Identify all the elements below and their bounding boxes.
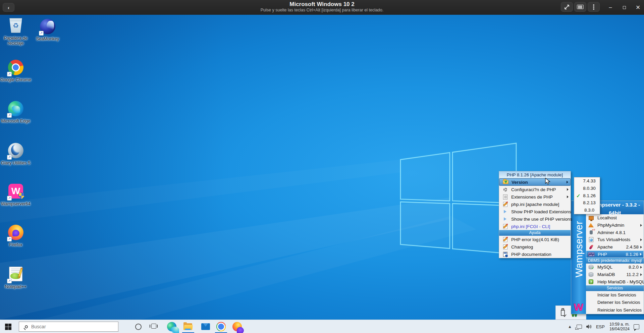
menu-item-stop-services[interactable]: Detener los Servicios <box>586 299 644 307</box>
desktop-icon-recycle-bin[interactable]: ♻ Papelera de reciclaje <box>0 17 32 46</box>
menu-item-localhost[interactable]: Localhost <box>586 214 644 222</box>
search-icon <box>25 325 28 328</box>
kebab-icon <box>593 4 594 10</box>
version-option-8-0-30[interactable]: 8.0.30 <box>574 185 600 192</box>
desktop-icon-label: SeaMonkey <box>32 36 64 41</box>
uac-shield-icon <box>18 192 24 199</box>
shortcut-arrow-icon: ↗ <box>7 279 12 283</box>
minimize-button[interactable]: – <box>606 0 615 15</box>
edit-file-icon <box>501 202 509 207</box>
submenu-arrow-icon <box>567 181 568 183</box>
menu-item-start-services[interactable]: Iniciar los Servicios <box>586 291 644 299</box>
search-input[interactable] <box>31 324 105 329</box>
file-explorer-icon <box>183 323 193 331</box>
usb-eject-icon[interactable] <box>559 308 567 318</box>
menu-item-version[interactable]: Version <box>499 178 571 186</box>
keyboard-grab-hint: Pulse y suelte las teclas Ctrl+Alt [izqu… <box>0 8 644 12</box>
submenu-arrow-icon <box>567 188 569 191</box>
submenu-arrow-icon <box>640 246 642 248</box>
menu-item-adminer[interactable]: Adminer 4.8.1 <box>586 229 644 236</box>
speaker-icon[interactable] <box>586 324 592 329</box>
shortcut-arrow-icon: ↗ <box>7 155 12 160</box>
menu-item-php-ini-fcgi-cli[interactable]: php.ini [FCGI - CLI] <box>499 223 571 230</box>
help-section-header: Ayuda <box>499 230 571 236</box>
shortcut-arrow-icon: ↗ <box>7 72 12 76</box>
desktop-icon-firefox[interactable]: ↗ Firefox <box>0 224 32 247</box>
menu-item-php-documentation[interactable]: PHP documentation <box>499 251 571 258</box>
submenu-arrow-icon <box>640 253 642 256</box>
edge-icon <box>167 322 176 331</box>
menu-item-apache[interactable]: Apache 2.4.58 <box>586 243 644 251</box>
keyboard-language-badge[interactable]: ESP <box>596 324 605 329</box>
menu-item-php-extensions[interactable]: Extensiones de PHP <box>499 193 571 201</box>
phpmyadmin-icon <box>587 223 595 227</box>
wampserver-logo-icon: W <box>573 302 584 313</box>
desktop-icon-google-chrome[interactable]: ↗ Google Chrome <box>0 59 32 82</box>
desktop-icon-glary-utilities[interactable]: ↗ Glary Utilities 5 <box>0 143 32 165</box>
taskbar-search[interactable] <box>19 322 118 332</box>
taskbar-file-explorer[interactable] <box>183 322 193 332</box>
version-option-8-3-0[interactable]: 8.3.0 <box>574 207 600 214</box>
virtual-keyboard-button[interactable] <box>574 2 586 12</box>
desktop-icon-wampserver64[interactable]: W ↗ Wampserver64 <box>0 183 32 206</box>
menu-item-show-loaded-extensions[interactable]: Show PHP loaded Extensions <box>499 208 571 215</box>
desktop-icon-label: Wampserver64 <box>0 201 32 206</box>
tray-expand-chevron[interactable]: ▲ <box>568 324 572 329</box>
menu-item-help-mariadb-mysql[interactable]: ? Help MariaDB - MySQL <box>586 278 644 286</box>
taskbar-clock[interactable]: 10:59 a. m. 16/04/2024 <box>609 322 630 331</box>
action-center-button[interactable] <box>634 324 639 329</box>
version-option-7-4-33[interactable]: 7.4.33 <box>574 177 600 185</box>
close-button[interactable]: ✕ <box>633 0 643 15</box>
submenu-arrow-icon <box>640 224 642 227</box>
mariadb-db-icon <box>587 272 595 277</box>
taskbar-firefox[interactable] <box>232 322 242 332</box>
menu-item-virtualhosts[interactable]: Tus VirtualHosts <box>586 236 644 243</box>
menu-item-php-error-log[interactable]: PHP error log (4.01 KiB) <box>499 236 571 243</box>
desktop-icon-label: Microsoft Edge <box>0 118 32 123</box>
menu-item-mariadb[interactable]: MariaDB 11.2.2 <box>586 271 644 278</box>
menu-item-show-php-versions-use[interactable]: Show the use of PHP versions <box>499 215 571 223</box>
start-button[interactable] <box>0 320 16 333</box>
desktop-icon-notepad-plus-plus[interactable]: ↗ Notepad++ <box>0 266 32 289</box>
notepad-plus-plus-icon: ↗ <box>8 267 24 283</box>
taskbar-edge[interactable] <box>167 322 177 332</box>
menu-item-php-ini-apache[interactable]: php.ini [apache module] <box>499 201 571 208</box>
edit-file-icon <box>501 244 509 249</box>
cortana-button[interactable] <box>135 324 142 330</box>
submenu-arrow-icon <box>640 238 642 241</box>
desktop-icon-label: Google Chrome <box>0 77 32 82</box>
taskbar-chrome[interactable] <box>216 322 226 332</box>
menu-item-changelog[interactable]: Changelog <box>499 243 571 251</box>
wallpaper <box>0 15 644 320</box>
fullscreen-button[interactable] <box>561 2 573 12</box>
version-folder-icon <box>501 180 509 184</box>
gear-icon <box>501 188 509 191</box>
blue-arrow-icon <box>501 217 509 221</box>
desktop-icon-microsoft-edge[interactable]: ↗ Microsoft Edge <box>0 101 32 123</box>
menu-item-restart-services[interactable]: Reiniciar los Servicios <box>586 306 644 314</box>
php-icon: php <box>588 252 595 257</box>
taskbar-mail[interactable] <box>201 322 211 332</box>
menu-item-php-settings[interactable]: Configuraci?n de PHP <box>499 186 571 193</box>
menu-item-php[interactable]: php PHP 8.1.26 <box>586 251 644 258</box>
task-view-button[interactable] <box>150 323 158 330</box>
php-version: 8.1.26 <box>626 252 638 257</box>
shortcut-arrow-icon: ↗ <box>7 237 12 241</box>
help-icon: ? <box>587 279 595 284</box>
php-error-log-size: (4.01 KiB) <box>539 237 559 242</box>
system-tray: ▲ ESP 10:59 a. m. 16/04/2024 <box>568 320 644 333</box>
desktop: ♻ Papelera de reciclaje ↗ SeaMonkey ↗ Go… <box>0 15 644 320</box>
menu-item-mysql[interactable]: ✓ MySQL 8.2.0 <box>586 264 644 271</box>
version-option-8-1-26[interactable]: ✓ 8.1.26 <box>574 192 600 200</box>
vm-window-title: Microsoft Windows 10 2 <box>0 1 644 8</box>
network-icon[interactable] <box>577 325 582 329</box>
maximize-button[interactable] <box>620 0 629 15</box>
wampserver-icon: W ↗ <box>8 184 24 200</box>
desktop-icon-seamonkey[interactable]: ↗ SeaMonkey <box>32 18 64 41</box>
submenu-arrow-icon <box>640 266 642 269</box>
menu-item-phpmyadmin[interactable]: PhpMyAdmin <box>586 222 644 229</box>
php-submenu-header: PHP 8.1.26 [Apache module] <box>499 171 571 178</box>
edit-file-icon <box>501 224 509 229</box>
menu-kebab-button[interactable] <box>588 2 600 12</box>
version-option-8-2-13[interactable]: 8.2.13 <box>574 199 600 207</box>
